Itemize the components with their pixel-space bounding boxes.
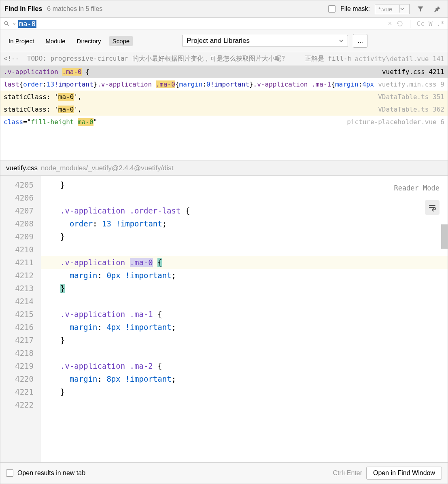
search-input[interactable]: ma-0 <box>18 20 388 28</box>
open-new-tab-label: Open results in new tab <box>17 469 85 477</box>
match-case-toggle[interactable]: Cc <box>417 20 425 27</box>
results-list: <!-- TODO: progressive-circular 的大小最好根据图… <box>0 52 448 128</box>
result-location: vuetify.min.css 9 <box>378 80 444 88</box>
scope-select-value: Project and Libraries <box>187 37 250 45</box>
line-number: 4221 <box>4 385 34 398</box>
result-row[interactable]: staticClass: 'ma-0',VDataTable.ts 362 <box>0 103 448 116</box>
scope-row: In Project Module Directory Scope Projec… <box>0 30 448 52</box>
line-number: 4207 <box>4 204 34 217</box>
code-line: margin: 0px !important; <box>60 269 448 282</box>
dropdown-caret-icon[interactable] <box>13 22 16 25</box>
code-line: .v-application .ma-2 { <box>60 359 448 372</box>
regex-toggle[interactable]: .* <box>437 20 444 27</box>
line-number: 4212 <box>4 269 34 282</box>
svg-point-0 <box>4 21 8 25</box>
preview-path: node_modules/_vuetify@2.4.4@vuetify/dist <box>41 164 173 172</box>
code-preview: 4205420642074208420942104211421242134214… <box>0 176 448 462</box>
line-number: 4220 <box>4 372 34 385</box>
code-line: .v-application .ma-1 { <box>60 308 448 321</box>
result-row[interactable]: <!-- TODO: progressive-circular 的大小最好根据图… <box>0 52 448 66</box>
result-location: picture-placeholder.vue 6 <box>347 118 444 126</box>
code-line <box>60 295 448 308</box>
line-number: 4219 <box>4 359 34 372</box>
scope-tab-scope[interactable]: Scope <box>109 36 133 46</box>
code-line <box>60 347 448 359</box>
result-row[interactable]: .v-application .ma-0 {vuetify.css 4211 <box>0 66 448 78</box>
line-number: 4222 <box>4 398 34 411</box>
result-text: staticClass: 'ma-0', <box>4 106 82 113</box>
clear-icon[interactable]: × <box>388 19 392 28</box>
more-button[interactable]: ... <box>353 34 367 48</box>
search-row: ma-0 × Cc W .* <box>0 18 448 30</box>
history-icon[interactable] <box>396 20 403 27</box>
chevron-down-icon[interactable] <box>399 5 409 13</box>
line-number: 4218 <box>4 347 34 359</box>
code-line: .v-application .ma-0 { <box>41 256 448 269</box>
line-number: 4205 <box>4 178 34 191</box>
preview-filename: vuetify.css <box>6 164 38 172</box>
scrollbar-thumb[interactable] <box>441 224 448 249</box>
soft-wrap-icon[interactable] <box>425 200 440 215</box>
line-number: 4214 <box>4 295 34 308</box>
result-text: staticClass: 'ma-0', <box>4 93 82 101</box>
code-line: margin: 8px !important; <box>60 372 448 385</box>
line-number: 4215 <box>4 308 34 321</box>
line-number: 4217 <box>4 334 34 347</box>
dialog-title: Find in Files <box>4 5 42 13</box>
code-line: order: 13 !important; <box>60 217 448 230</box>
line-number: 4210 <box>4 243 34 256</box>
words-toggle[interactable]: W <box>429 20 433 27</box>
filemask-label: File mask: <box>340 5 370 13</box>
result-location: activity\detail.vue 141 <box>355 55 444 63</box>
result-row[interactable]: class="fill-height ma-0"picture-placehol… <box>0 116 448 128</box>
search-icon <box>4 21 10 27</box>
line-number: 4216 <box>4 321 34 334</box>
result-location: VDataTable.ts 351 <box>378 93 444 101</box>
code-line <box>60 191 448 204</box>
pin-icon[interactable] <box>431 4 444 14</box>
scope-tab-module[interactable]: Module <box>42 36 68 46</box>
shortcut-hint: Ctrl+Enter <box>333 469 362 477</box>
code-line <box>60 243 448 256</box>
dialog-footer: Open results in new tab Ctrl+Enter Open … <box>0 462 448 484</box>
code-line: } <box>60 334 448 347</box>
search-query-text: ma-0 <box>18 20 36 28</box>
code-line: } <box>60 230 448 243</box>
code-line <box>60 398 448 411</box>
scope-tab-directory[interactable]: Directory <box>74 36 104 46</box>
result-text: class="fill-height ma-0" <box>4 118 97 126</box>
scope-select[interactable]: Project and Libraries <box>182 35 348 47</box>
line-number: 4211 <box>4 256 34 269</box>
scope-tab-project[interactable]: In Project <box>5 36 37 46</box>
svg-line-1 <box>7 24 9 26</box>
result-row[interactable]: last{order:13!important}.v-application .… <box>0 78 448 91</box>
gutter: 4205420642074208420942104211421242134214… <box>0 176 41 462</box>
code-line: } <box>60 178 448 191</box>
result-text: last{order:13!important}.v-application .… <box>4 80 374 88</box>
line-number: 4208 <box>4 217 34 230</box>
reader-mode-label[interactable]: Reader Mode <box>394 182 440 194</box>
code-line: .v-application .order-last { <box>60 204 448 217</box>
result-row[interactable]: staticClass: 'ma-0',VDataTable.ts 351 <box>0 91 448 103</box>
result-text: .v-application .ma-0 { <box>4 68 89 76</box>
result-location: VDataTable.ts 362 <box>378 106 444 113</box>
line-number: 4209 <box>4 230 34 243</box>
result-text: <!-- TODO: progressive-circular 的大小最好根据图… <box>4 55 350 63</box>
preview-header: vuetify.css node_modules/_vuetify@2.4.4@… <box>0 161 448 176</box>
filemask-select[interactable]: *.vue <box>375 4 410 14</box>
filemask-checkbox[interactable] <box>328 5 335 13</box>
code-line: } <box>60 282 448 295</box>
dialog-header: Find in Files 6 matches in 5 files File … <box>0 0 448 18</box>
chevron-down-icon <box>339 38 344 43</box>
code-line: } <box>60 385 448 398</box>
match-count: 6 matches in 5 files <box>47 5 102 13</box>
filter-icon[interactable] <box>414 4 427 14</box>
open-new-tab-checkbox[interactable] <box>6 469 13 477</box>
code-line: margin: 4px !important; <box>60 321 448 334</box>
code-area[interactable]: Reader Mode } .v-application .order-last… <box>41 176 448 462</box>
result-location: vuetify.css 4211 <box>382 68 444 76</box>
line-number: 4206 <box>4 191 34 204</box>
filemask-value: *.vue <box>375 4 399 14</box>
open-find-window-button[interactable]: Open in Find Window <box>366 467 442 480</box>
line-number: 4213 <box>4 282 34 295</box>
